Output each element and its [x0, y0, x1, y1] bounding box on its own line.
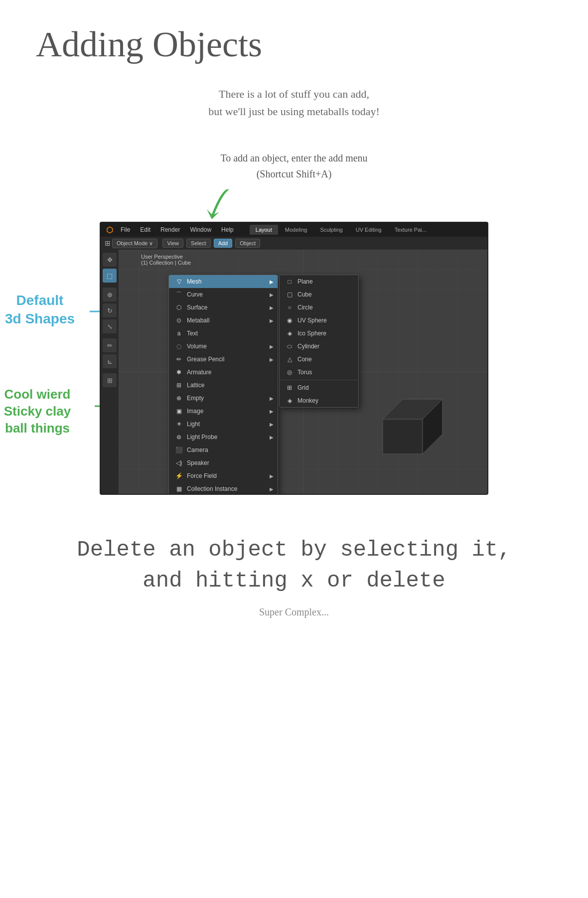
lattice-icon: ⊞ — [175, 381, 183, 389]
submenu-arrow-light-icon: ▶ — [270, 422, 274, 427]
submenu-cone[interactable]: △ Cone — [280, 353, 358, 366]
tool-rotate[interactable]: ↻ — [103, 303, 117, 317]
topbar-window[interactable]: Window — [185, 224, 216, 235]
toolbar2-add[interactable]: Add — [214, 239, 233, 248]
label-metaball: Cool wierd Sticky clay ball things — [0, 386, 95, 437]
menu-item-empty[interactable]: ⊕ Empty ▶ — [169, 392, 278, 405]
blender-screenshot: Default 3d Shapes Cool wierd Sticky clay… — [100, 222, 488, 495]
submenu-arrow-lp-icon: ▶ — [270, 435, 274, 440]
menu-item-metaball[interactable]: ⊙ Metaball ▶ — [169, 314, 278, 327]
tool-select[interactable]: ⬚ — [103, 269, 117, 283]
menu-item-surface[interactable]: ⬡ Surface ▶ — [169, 301, 278, 314]
uv-sphere-icon: ◉ — [286, 316, 294, 324]
delete-section: Delete an object by selecting it, and hi… — [0, 535, 588, 617]
topbar-tabs: Layout Modeling Sculpting UV Editing Tex… — [250, 225, 433, 235]
surface-icon: ⬡ — [175, 303, 183, 311]
submenu-monkey[interactable]: ◈ Monkey — [280, 394, 358, 407]
page-title: Adding Objects — [0, 0, 588, 65]
menu-item-volume[interactable]: ◌ Volume ▶ — [169, 340, 278, 353]
menu-item-curve[interactable]: ⌒ Curve ▶ — [169, 288, 278, 301]
blender-logo-icon: ⬡ — [105, 225, 115, 235]
submenu-plane[interactable]: □ Plane — [280, 275, 358, 288]
circle-icon: ○ — [286, 303, 294, 311]
menu-item-lattice[interactable]: ⊞ Lattice — [169, 379, 278, 392]
object-mode-dropdown[interactable]: Object Mode ∨ — [112, 239, 157, 248]
topbar-edit[interactable]: Edit — [135, 224, 155, 235]
volume-icon: ◌ — [175, 342, 183, 350]
tool-transform[interactable]: ⊕ — [103, 288, 117, 301]
menu-item-collection-instance[interactable]: ▦ Collection Instance ▶ — [169, 482, 278, 494]
menu-item-grease-pencil[interactable]: ✏ Grease Pencil ▶ — [169, 353, 278, 366]
speaker-icon: ◁) — [175, 459, 183, 467]
label-default-shapes: Default 3d Shapes — [0, 292, 90, 328]
cone-icon: △ — [286, 355, 294, 363]
metaball-icon: ⊙ — [175, 316, 183, 324]
blender-viewport: ✥ ⬚ ⊕ ↻ ⤡ ✏ ⊾ ⊞ — [101, 250, 487, 494]
menu-item-mesh[interactable]: ▽ Mesh ▶ — [169, 275, 278, 288]
submenu-cylinder[interactable]: ⬭ Cylinder — [280, 340, 358, 353]
tab-texture-paint[interactable]: Texture Pai... — [389, 225, 433, 235]
left-toolbar: ✥ ⬚ ⊕ ↻ ⤡ ✏ ⊾ ⊞ — [101, 250, 119, 494]
topbar-render[interactable]: Render — [155, 224, 185, 235]
tool-annotate[interactable]: ✏ — [103, 338, 117, 352]
camera-icon: ⬛ — [175, 446, 183, 454]
topbar-help[interactable]: Help — [216, 224, 239, 235]
menu-item-speaker[interactable]: ◁) Speaker — [169, 456, 278, 469]
tab-modeling[interactable]: Modeling — [279, 225, 313, 235]
toolbar2-select[interactable]: Select — [186, 239, 211, 248]
submenu-arrow-curve-icon: ▶ — [270, 292, 274, 298]
submenu-arrow-volume-icon: ▶ — [270, 344, 274, 349]
submenu-ico-sphere[interactable]: ◈ Ico Sphere — [280, 327, 358, 340]
ico-sphere-icon: ◈ — [286, 329, 294, 337]
menu-item-force-field[interactable]: ⚡ Force Field ▶ — [169, 469, 278, 482]
menu-item-light[interactable]: ☀ Light ▶ — [169, 418, 278, 431]
cube-icon: ▢ — [286, 291, 294, 299]
tool-scale[interactable]: ⤡ — [103, 319, 117, 333]
viewport-bg: User Perspective (1) Collection | Cube — [119, 250, 487, 494]
blender-toolbar2: ⊞ Object Mode ∨ View Select Add Object — [101, 237, 487, 250]
topbar-file[interactable]: File — [116, 224, 135, 235]
add-menu-dropdown: ▽ Mesh ▶ ⌒ Curve ▶ ⬡ Surface ▶ — [168, 275, 278, 494]
submenu-arrow-ff-icon: ▶ — [270, 473, 274, 479]
tab-layout[interactable]: Layout — [250, 225, 278, 235]
tool-measure[interactable]: ⊾ — [103, 354, 117, 368]
tab-uv-editing[interactable]: UV Editing — [350, 225, 388, 235]
force-field-icon: ⚡ — [175, 472, 183, 480]
menu-item-armature[interactable]: ✱ Armature — [169, 366, 278, 379]
submenu-arrow-metaball-icon: ▶ — [270, 318, 274, 323]
torus-icon: ◎ — [286, 368, 294, 376]
delete-subtitle: Super Complex... — [40, 606, 548, 618]
tool-cursor[interactable]: ✥ — [103, 253, 117, 267]
tool-add[interactable]: ⊞ — [103, 373, 117, 387]
menu-item-image[interactable]: ▣ Image ▶ — [169, 405, 278, 418]
curve-icon: ⌒ — [175, 291, 183, 299]
submenu-grid[interactable]: ⊞ Grid — [280, 381, 358, 394]
toolbar2-view[interactable]: View — [162, 239, 183, 248]
3d-cube-shape — [378, 394, 447, 464]
blender-ui: ⬡ File Edit Render Window Help Layout Mo… — [100, 222, 488, 495]
armature-icon: ✱ — [175, 368, 183, 376]
image-icon: ▣ — [175, 407, 183, 415]
toolbar2-object[interactable]: Object — [235, 239, 260, 248]
tab-sculpting[interactable]: Sculpting — [314, 225, 348, 235]
toolbar2-icon-area: ⊞ Object Mode ∨ — [105, 239, 157, 248]
submenu-arrow-ci-icon: ▶ — [270, 486, 274, 492]
menu-item-text[interactable]: a Text — [169, 327, 278, 340]
submenu-arrow-empty-icon: ▶ — [270, 396, 274, 401]
submenu-uv-sphere[interactable]: ◉ UV Sphere — [280, 314, 358, 327]
viewport-perspective-label: User Perspective (1) Collection | Cube — [141, 254, 191, 266]
submenu-arrow-grease-icon: ▶ — [270, 357, 274, 362]
menu-item-light-probe[interactable]: ⊛ Light Probe ▶ — [169, 431, 278, 444]
menu-item-camera[interactable]: ⬛ Camera — [169, 444, 278, 456]
submenu-circle[interactable]: ○ Circle — [280, 301, 358, 314]
monkey-icon: ◈ — [286, 397, 294, 405]
grid-icon: ⊞ — [286, 384, 294, 392]
submenu-torus[interactable]: ◎ Torus — [280, 366, 358, 379]
submenu-arrow-surface-icon: ▶ — [270, 305, 274, 310]
empty-icon: ⊕ — [175, 394, 183, 402]
text-icon: a — [175, 329, 183, 337]
blender-topbar: ⬡ File Edit Render Window Help Layout Mo… — [101, 223, 487, 237]
submenu-cube[interactable]: ▢ Cube — [280, 288, 358, 301]
collection-instance-icon: ▦ — [175, 485, 183, 493]
plane-icon: □ — [286, 278, 294, 286]
